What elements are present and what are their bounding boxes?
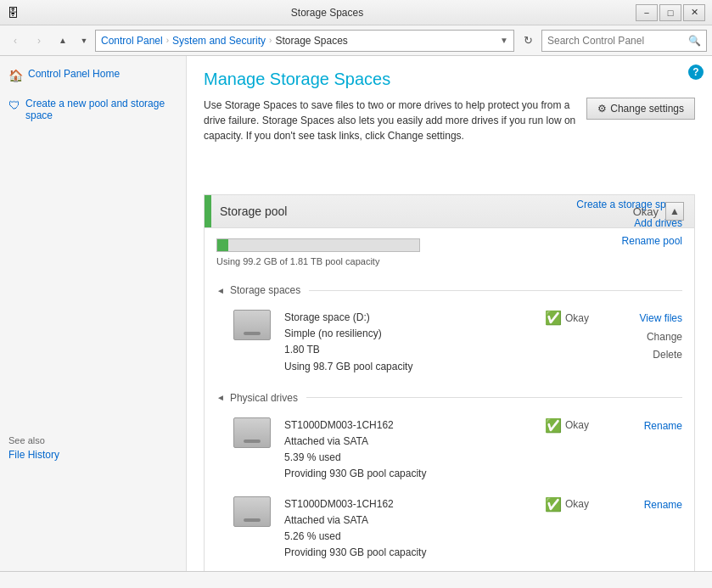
drive-2-ok-icon: ✅	[545, 496, 562, 512]
storage-space-actions: View files Change Delete	[623, 310, 682, 365]
physical-drives-section-header: ◄ Physical drives	[216, 392, 682, 404]
breadcrumb-bar: Control Panel › System and Security › St…	[95, 30, 514, 52]
file-history-link[interactable]: File History	[8, 449, 177, 461]
shield-icon: 🛡	[8, 98, 20, 112]
storage-space-ok-icon: ✅	[545, 310, 562, 326]
maximize-button[interactable]: □	[659, 4, 681, 21]
drive-2-details: ST1000DM003-1CH162 Attached via SATA 5.2…	[284, 496, 535, 562]
sidebar-home-link[interactable]: 🏠 Control Panel Home	[0, 64, 186, 86]
drive-1-usage: 5.39 % used	[284, 450, 535, 466]
drive-1-icon-shape	[233, 417, 271, 448]
sidebar-home-label: Control Panel Home	[28, 68, 120, 80]
pool-accent-bar	[205, 195, 211, 227]
see-also-title: See also	[8, 435, 177, 445]
delete-action: Delete	[623, 346, 682, 365]
refresh-button[interactable]: ↻	[518, 31, 538, 51]
close-button[interactable]: ✕	[683, 4, 705, 21]
drive-icon-shape	[233, 310, 271, 340]
sidebar-see-also: See also File History	[0, 138, 186, 461]
sidebar: 🏠 Control Panel Home 🛡 Create a new pool…	[0, 56, 187, 571]
sidebar-create-pool-link[interactable]: 🛡 Create a new pool and storage space	[0, 94, 186, 125]
storage-spaces-triangle[interactable]: ◄	[216, 286, 225, 295]
status-bar	[0, 571, 712, 588]
physical-drives-triangle[interactable]: ◄	[216, 393, 225, 402]
breadcrumb-sep-2: ›	[269, 36, 272, 45]
storage-spaces-divider	[309, 290, 682, 291]
rename-pool-link[interactable]: Rename pool	[576, 232, 682, 251]
physical-drives-label: Physical drives	[230, 392, 298, 404]
usage-text: Using 99.2 GB of 1.81 TB pool capacity	[216, 256, 379, 266]
description-text: Use Storage Spaces to save files to two …	[204, 98, 594, 143]
storage-space-status: ✅ Okay	[545, 310, 613, 326]
physical-drives-divider	[306, 397, 682, 398]
up-button[interactable]: ▲	[53, 31, 73, 51]
usage-bar-background	[216, 238, 420, 252]
pool-collapse-button[interactable]: ▲	[665, 202, 684, 221]
breadcrumb-control-panel[interactable]: Control Panel	[101, 35, 163, 47]
drive-1-rename-link[interactable]: Rename	[623, 417, 682, 436]
storage-space-name: Storage space (D:)	[284, 310, 535, 326]
storage-space-usage: Using 98.7 GB pool capacity	[284, 359, 535, 375]
drive-1-icon	[233, 417, 274, 451]
change-settings-button[interactable]: ⚙ Change settings	[586, 98, 695, 120]
back-button[interactable]: ‹	[5, 31, 25, 51]
app-icon: 🗄	[7, 6, 19, 20]
storage-space-item: Storage space (D:) Simple (no resiliency…	[216, 303, 682, 382]
storage-space-icon	[233, 310, 274, 344]
physical-drive-1: ST1000DM003-1CH162 Attached via SATA 5.3…	[216, 411, 682, 490]
storage-pool-panel: Storage pool Okay ▲ Create a storage spa…	[204, 194, 695, 571]
storage-space-status-text: Okay	[565, 312, 589, 324]
storage-space-size: 1.80 TB	[284, 342, 535, 358]
change-action: Change	[623, 328, 682, 347]
settings-gear-icon: ⚙	[597, 103, 607, 115]
minimize-button[interactable]: −	[636, 4, 658, 21]
home-icon: 🏠	[8, 69, 23, 82]
drive-2-icon	[233, 496, 274, 530]
drive-1-actions: Rename	[623, 417, 682, 436]
view-files-link[interactable]: View files	[623, 310, 682, 328]
drive-2-capacity: Providing 930 GB pool capacity	[284, 545, 535, 561]
title-bar-left: 🗄	[7, 6, 19, 20]
drive-2-connection: Attached via SATA	[284, 512, 535, 529]
search-box: 🔍	[541, 30, 707, 52]
content-area: ? Manage Storage Spaces Use Storage Spac…	[187, 56, 712, 571]
drive-1-details: ST1000DM003-1CH162 Attached via SATA 5.3…	[284, 417, 535, 483]
drive-2-model: ST1000DM003-1CH162	[284, 496, 535, 512]
breadcrumb-sep-1: ›	[166, 36, 169, 45]
help-icon[interactable]: ?	[688, 64, 704, 80]
change-settings-label: Change settings	[610, 103, 684, 115]
breadcrumb-current: Storage Spaces	[275, 35, 347, 47]
storage-spaces-label: Storage spaces	[230, 284, 300, 296]
window-title: Storage Spaces	[19, 7, 636, 19]
breadcrumb-system-security[interactable]: System and Security	[172, 35, 266, 47]
drive-1-connection: Attached via SATA	[284, 434, 535, 450]
forward-button[interactable]: ›	[29, 31, 49, 51]
title-bar: 🗄 Storage Spaces − □ ✕	[0, 0, 712, 25]
recent-locations-button[interactable]: ▼	[76, 31, 92, 51]
drive-1-ok-icon: ✅	[545, 417, 562, 434]
usage-bar-fill	[217, 239, 228, 251]
search-icon[interactable]: 🔍	[688, 35, 701, 47]
page-title: Manage Storage Spaces	[204, 70, 695, 89]
drive-2-rename-link[interactable]: Rename	[623, 496, 682, 515]
drive-2-icon-shape	[233, 496, 271, 527]
breadcrumb-dropdown-arrow[interactable]: ▼	[500, 36, 508, 45]
drive-1-model: ST1000DM003-1CH162	[284, 417, 535, 434]
pool-content: Create a storage space Add drives Rename…	[205, 228, 694, 571]
pool-status: Okay	[633, 205, 659, 218]
storage-space-details: Storage space (D:) Simple (no resiliency…	[284, 310, 535, 375]
drive-2-status: ✅ Okay	[545, 496, 613, 512]
drive-1-capacity: Providing 930 GB pool capacity	[284, 466, 535, 482]
drive-1-status-text: Okay	[565, 419, 589, 431]
storage-space-type: Simple (no resiliency)	[284, 326, 535, 342]
storage-spaces-section-header: ◄ Storage spaces	[216, 284, 682, 296]
physical-drive-2: ST1000DM003-1CH162 Attached via SATA 5.2…	[216, 490, 682, 568]
main-layout: 🏠 Control Panel Home 🛡 Create a new pool…	[0, 56, 712, 571]
sidebar-create-pool-label: Create a new pool and storage space	[25, 98, 177, 121]
window-controls: − □ ✕	[636, 4, 705, 21]
drive-2-actions: Rename	[623, 496, 682, 515]
address-bar: ‹ › ▲ ▼ Control Panel › System and Secur…	[0, 25, 712, 56]
drive-1-status: ✅ Okay	[545, 417, 613, 434]
search-input[interactable]	[547, 35, 688, 47]
drive-2-status-text: Okay	[565, 498, 589, 510]
